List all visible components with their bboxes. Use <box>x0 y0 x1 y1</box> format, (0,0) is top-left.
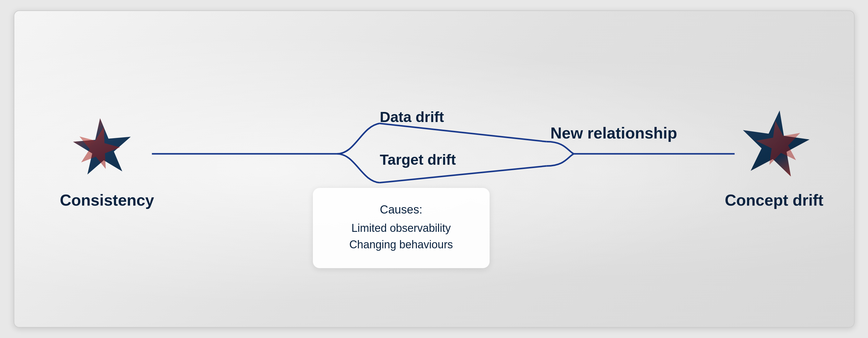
target-drift-label: Target drift <box>380 151 456 168</box>
new-relationship-label: New relationship <box>551 124 677 142</box>
info-card-title: Causes: <box>331 203 471 216</box>
info-card: Causes: Limited observability Changing b… <box>313 188 490 268</box>
consistency-label: Consistency <box>60 191 154 209</box>
info-card-item-1: Limited observability <box>331 220 471 236</box>
data-drift-label: Data drift <box>380 109 444 125</box>
slide-container: Consistency Data drift Target drift New … <box>14 10 855 328</box>
diagram-svg <box>14 11 854 327</box>
svg-line-2 <box>379 166 546 183</box>
info-card-item-2: Changing behaviours <box>331 236 471 253</box>
concept-drift-label: Concept drift <box>725 191 824 209</box>
svg-line-1 <box>379 123 546 142</box>
